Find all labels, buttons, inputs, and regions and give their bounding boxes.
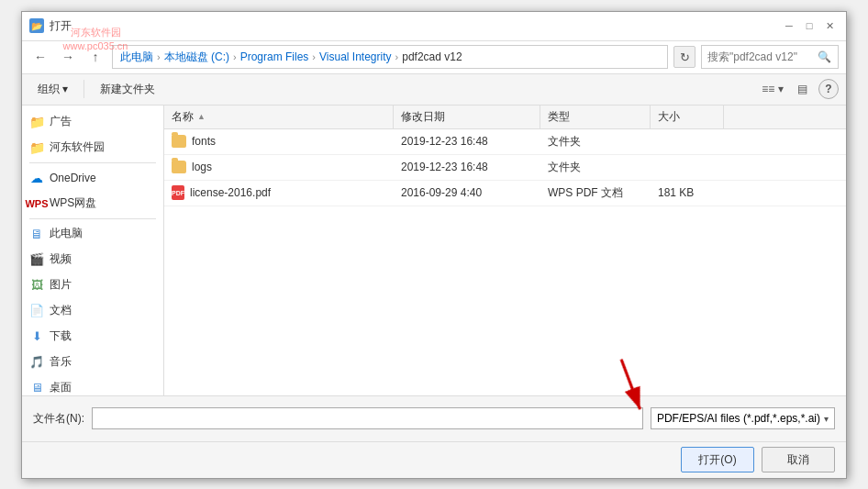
filetype-label: PDF/EPS/AI files (*.pdf,*.eps,*.ai) [657, 412, 820, 425]
folder-icon [172, 161, 186, 173]
search-input[interactable] [707, 50, 817, 63]
file-cell-date: 2016-09-29 4:40 [394, 181, 540, 206]
sidebar-item-ads[interactable]: 📁 广告 [22, 109, 163, 135]
onedrive-icon: ☁ [29, 171, 44, 185]
header-type[interactable]: 类型 [540, 106, 651, 128]
sidebar-divider [29, 162, 156, 163]
help-button[interactable]: ? [818, 79, 839, 99]
action-bar: 打开(O) 取消 [22, 441, 846, 478]
video-icon: 🎬 [29, 252, 44, 267]
breadcrumb-current: pdf2cad v12 [400, 50, 463, 63]
folder-icon [172, 135, 186, 148]
view-toggle-button[interactable]: ≡≡ ▾ [760, 78, 785, 100]
file-list-header: 名称 ▲ 修改日期 类型 大小 [164, 106, 846, 129]
file-row[interactable]: fonts 2019-12-23 16:48 文件夹 [164, 129, 846, 155]
sidebar-item-wps[interactable]: WPS WPS网盘 [22, 191, 163, 217]
file-cell-type: 文件夹 [540, 129, 651, 154]
toolbar-right: ≡≡ ▾ ▤ ? [760, 78, 839, 100]
pdf-icon: PDF [172, 185, 184, 200]
sidebar-item-documents[interactable]: 📄 文档 [22, 298, 163, 324]
file-cell-size [651, 129, 724, 154]
organize-button[interactable]: 组织 ▾ [29, 77, 76, 101]
folder-icon: 📁 [29, 140, 44, 155]
pc-icon: 🖥 [29, 227, 44, 241]
header-date[interactable]: 修改日期 [394, 106, 540, 128]
sidebar-label: 下载 [50, 328, 72, 344]
sidebar-item-hedong[interactable]: 📁 河东软件园 [22, 135, 163, 161]
sidebar-item-desktop[interactable]: 🖥 桌面 [22, 375, 163, 395]
file-cell-name: PDF license-2016.pdf [164, 181, 394, 206]
header-size[interactable]: 大小 [651, 106, 724, 128]
sidebar-label: 广告 [50, 114, 72, 129]
cancel-button[interactable]: 取消 [762, 447, 835, 472]
file-list-area: 名称 ▲ 修改日期 类型 大小 fonts [164, 106, 846, 395]
window-icon: 📂 [29, 18, 44, 33]
filename-input[interactable] [92, 407, 643, 429]
dropdown-arrow-icon: ▾ [824, 414, 829, 424]
doc-icon: 📄 [29, 304, 44, 318]
sidebar-item-music[interactable]: 🎵 音乐 [22, 350, 163, 375]
breadcrumb-pc[interactable]: 此电脑 [118, 50, 155, 65]
back-button[interactable]: ← [29, 46, 51, 68]
up-button[interactable]: ↑ [84, 46, 106, 68]
sidebar-label: OneDrive [50, 172, 96, 184]
open-button[interactable]: 打开(O) [681, 447, 754, 472]
file-open-dialog: 河东软件园 www.pc035.cn 📂 打开 ─ □ ✕ ← → ↑ 此电脑 … [21, 11, 847, 479]
file-cell-size: 181 KB [651, 181, 724, 206]
filetype-dropdown[interactable]: PDF/EPS/AI files (*.pdf,*.eps,*.ai) ▾ [651, 407, 835, 429]
sidebar-label: 桌面 [50, 380, 72, 395]
sidebar: 📁 广告 📁 河东软件园 ☁ OneDrive WPS [22, 106, 164, 395]
sidebar-item-onedrive[interactable]: ☁ OneDrive [22, 165, 163, 191]
file-row[interactable]: logs 2019-12-23 16:48 文件夹 [164, 155, 846, 181]
address-bar: ← → ↑ 此电脑 › 本地磁盘 (C:) › Program Files › … [22, 41, 846, 74]
breadcrumb-visualintegrity[interactable]: Visual Integrity [317, 50, 394, 63]
title-bar: 📂 打开 ─ □ ✕ [22, 12, 846, 41]
bottom-bar: 文件名(N): PDF/EPS/AI files (*.pdf,*.eps,*.… [22, 395, 846, 441]
sidebar-label: 音乐 [50, 354, 72, 370]
maximize-button[interactable]: □ [800, 17, 818, 35]
toolbar: 组织 ▾ 新建文件夹 ≡≡ ▾ ▤ ? [22, 74, 846, 106]
breadcrumb-programfiles[interactable]: Program Files [239, 50, 311, 63]
header-name[interactable]: 名称 ▲ [164, 106, 394, 128]
sidebar-label: 河东软件园 [50, 139, 105, 155]
wps-icon: WPS [29, 196, 44, 211]
search-icon-button[interactable]: 🔍 [817, 48, 832, 66]
sidebar-item-pictures[interactable]: 🖼 图片 [22, 272, 163, 298]
refresh-button[interactable]: ↻ [673, 46, 696, 68]
window-title: 打开 [50, 18, 72, 34]
title-bar-left: 📂 打开 [29, 18, 72, 34]
file-cell-type: 文件夹 [540, 155, 651, 180]
breadcrumb[interactable]: 此电脑 › 本地磁盘 (C:) › Program Files › Visual… [112, 45, 668, 69]
filename-label: 文件名(N): [33, 411, 84, 427]
sidebar-label: 此电脑 [50, 226, 83, 241]
sidebar-divider-2 [29, 218, 156, 219]
sidebar-item-video[interactable]: 🎬 视频 [22, 247, 163, 272]
file-cell-type: WPS PDF 文档 [540, 181, 651, 206]
file-cell-size [651, 155, 724, 180]
breadcrumb-drive[interactable]: 本地磁盘 (C:) [162, 50, 231, 65]
file-cell-date: 2019-12-23 16:48 [394, 155, 540, 180]
sidebar-label: WPS网盘 [50, 195, 96, 211]
file-cell-name: logs [164, 155, 394, 180]
sidebar-label: 图片 [50, 277, 72, 293]
sidebar-label: 视频 [50, 251, 72, 267]
music-icon: 🎵 [29, 355, 44, 370]
close-button[interactable]: ✕ [820, 17, 839, 35]
new-folder-button[interactable]: 新建文件夹 [92, 77, 163, 101]
sidebar-item-thispc[interactable]: 🖥 此电脑 [22, 221, 163, 247]
file-row[interactable]: PDF license-2016.pdf 2016-09-29 4:40 WPS… [164, 181, 846, 206]
forward-button[interactable]: → [57, 46, 79, 68]
minimize-button[interactable]: ─ [780, 17, 798, 35]
desktop-icon: 🖥 [29, 381, 44, 395]
file-cell-name: fonts [164, 129, 394, 154]
file-cell-date: 2019-12-23 16:48 [394, 129, 540, 154]
sidebar-item-downloads[interactable]: ⬇ 下载 [22, 324, 163, 350]
sidebar-label: 文档 [50, 303, 72, 318]
toolbar-separator [83, 80, 84, 98]
pane-button[interactable]: ▤ [789, 78, 815, 100]
folder-icon: 📁 [29, 115, 44, 129]
download-icon: ⬇ [29, 329, 44, 344]
title-bar-controls: ─ □ ✕ [780, 17, 839, 35]
search-box[interactable]: 🔍 [701, 45, 839, 69]
main-content: 📁 广告 📁 河东软件园 ☁ OneDrive WPS [22, 106, 846, 395]
